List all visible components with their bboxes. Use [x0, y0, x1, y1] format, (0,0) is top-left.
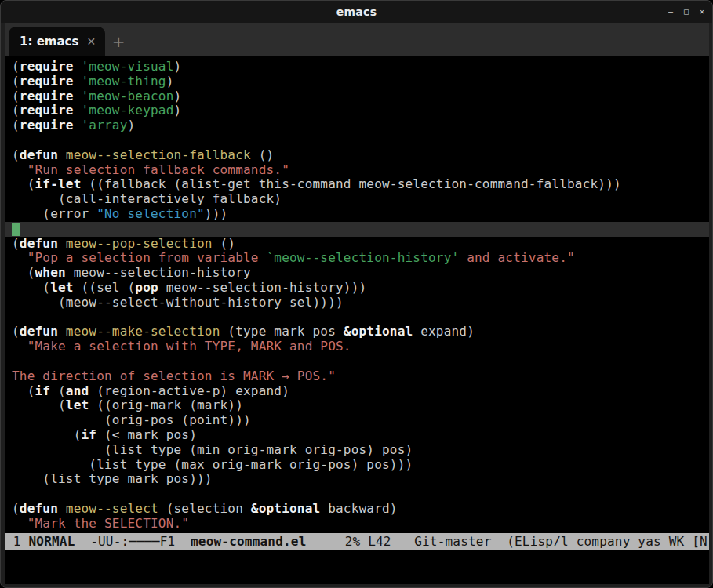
- modeline[interactable]: 1 NORMAL -UU-:────F1 meow-command.el 2% …: [5, 533, 709, 550]
- tab-label: 1: emacs: [20, 34, 78, 49]
- tab-emacs[interactable]: 1: emacs ✕: [9, 27, 105, 56]
- code-line: [5, 133, 709, 148]
- code-line: (defun meow--select (selection &optional…: [5, 502, 709, 517]
- code-line: The direction of selection is MARK → POS…: [5, 369, 709, 384]
- code-line: (list type mark pos))): [5, 472, 709, 487]
- maximize-icon[interactable]: □: [684, 8, 689, 16]
- code-line: (meow--select-without-history sel)))): [5, 296, 709, 310]
- code-line: (if-let ((fallback (alist-get this-comma…: [5, 177, 709, 192]
- code-line: (orig-pos (point))): [5, 413, 709, 428]
- window-inner: 1: emacs ✕ + (require 'meow-visual)(requ…: [5, 23, 709, 584]
- code-line: [5, 310, 709, 325]
- code-line: (require 'meow-thing): [5, 74, 709, 89]
- code-line: (defun meow--selection-fallback (): [5, 148, 709, 163]
- code-line: (let ((sel (pop meow--selection-history)…: [5, 281, 709, 296]
- code-line: "Make a selection with TYPE, MARK and PO…: [5, 339, 709, 354]
- code-line: (defun meow--make-selection (type mark p…: [5, 325, 709, 339]
- code-line: (defun meow--pop-selection (): [5, 237, 709, 252]
- window-title: emacs: [336, 5, 377, 18]
- text-cursor: [12, 223, 20, 236]
- code-line: (let ((orig-mark (mark)): [5, 398, 709, 413]
- close-icon[interactable]: ✕: [700, 8, 704, 16]
- code-line: "Run selection fallback commands.": [5, 163, 709, 178]
- code-line: (error "No selection"))): [5, 207, 709, 222]
- code-line: "Mark the SELECTION.": [5, 517, 709, 532]
- code-line: (list type (min orig-mark orig-pos) pos): [5, 443, 709, 458]
- titlebar[interactable]: emacs – □ ✕: [1, 1, 712, 23]
- tab-bar: 1: emacs ✕ +: [5, 23, 709, 56]
- new-tab-button[interactable]: +: [105, 27, 132, 56]
- code-line: (list type (max orig-mark orig-pos) pos)…: [5, 458, 709, 473]
- tab-close-icon[interactable]: ✕: [86, 35, 96, 48]
- buffer[interactable]: (require 'meow-visual)(require 'meow-thi…: [5, 56, 709, 533]
- code-line: [5, 487, 709, 502]
- code-line: (if (and (region-active-p) expand): [5, 384, 709, 399]
- window-controls: – □ ✕: [668, 1, 704, 23]
- emacs-frame: (require 'meow-visual)(require 'meow-thi…: [5, 56, 709, 584]
- cursor-line: [5, 222, 709, 237]
- code-line: (require 'meow-beacon): [5, 89, 709, 104]
- emacs-window: emacs – □ ✕ 1: emacs ✕ + (require 'meow-…: [0, 0, 713, 588]
- code-line: "Pop a selection from variable `meow--se…: [5, 251, 709, 266]
- minimize-icon[interactable]: –: [668, 8, 673, 16]
- code-line: (call-interactively fallback): [5, 192, 709, 207]
- code-line: (require 'meow-visual): [5, 60, 709, 74]
- code-line: (require 'meow-keypad): [5, 103, 709, 118]
- code-line: [5, 354, 709, 369]
- minibuffer[interactable]: [5, 550, 709, 584]
- code-line: (require 'array): [5, 118, 709, 133]
- code-line: (if (< mark pos): [5, 428, 709, 443]
- code-line: (when meow--selection-history: [5, 266, 709, 281]
